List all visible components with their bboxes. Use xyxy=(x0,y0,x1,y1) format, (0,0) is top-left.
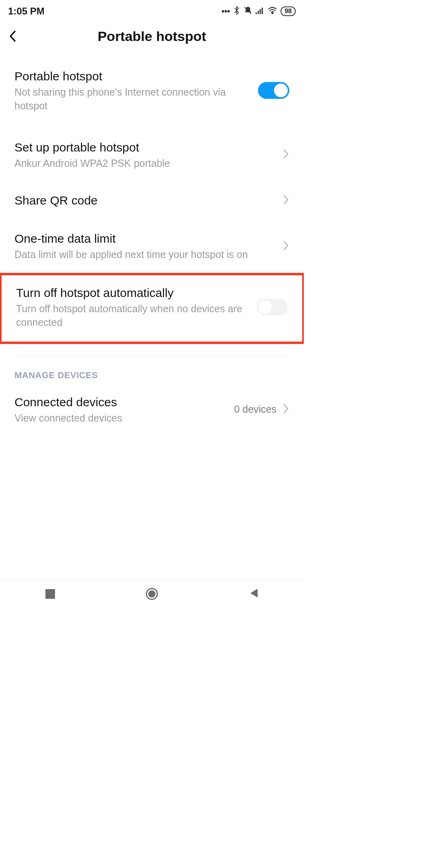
chevron-right-icon xyxy=(283,149,289,161)
nav-back-button[interactable] xyxy=(249,588,258,600)
chevron-right-icon xyxy=(283,403,289,416)
section-manage-devices: MANAGE DEVICES xyxy=(0,356,304,383)
row-setup-hotspot[interactable]: Set up portable hotspot Ankur Android WP… xyxy=(0,128,304,182)
row-connected-devices[interactable]: Connected devices View connected devices… xyxy=(0,383,304,436)
svg-rect-2 xyxy=(258,11,259,14)
navigation-bar xyxy=(0,579,304,608)
mute-icon xyxy=(244,6,252,17)
svg-rect-1 xyxy=(256,12,257,14)
status-icons-group: ••• 98 xyxy=(221,6,296,17)
wifi-icon xyxy=(268,7,277,16)
page-header: Portable hotspot xyxy=(0,20,304,55)
row-sub: Ankur Android WPA2 PSK portable xyxy=(14,157,276,170)
hotspot-toggle[interactable] xyxy=(258,82,289,99)
row-share-qr[interactable]: Share QR code xyxy=(0,181,304,219)
row-auto-off[interactable]: Turn off hotspot automatically Turn off … xyxy=(2,275,302,342)
back-icon xyxy=(8,30,18,42)
more-icon: ••• xyxy=(221,7,230,16)
auto-off-toggle[interactable] xyxy=(256,299,288,315)
back-button[interactable] xyxy=(8,27,26,45)
battery-indicator: 98 xyxy=(280,6,296,16)
svg-point-5 xyxy=(272,12,273,14)
nav-recents-button[interactable] xyxy=(45,589,55,599)
row-title: Turn off hotspot automatically xyxy=(16,285,250,301)
settings-content: Portable hotspot Not sharing this phone'… xyxy=(0,55,304,436)
chevron-right-icon xyxy=(283,240,289,252)
page-title: Portable hotspot xyxy=(0,29,304,44)
nav-home-button[interactable] xyxy=(146,588,158,600)
status-time: 1:05 PM xyxy=(8,6,45,17)
bluetooth-icon xyxy=(233,6,240,17)
highlight-annotation: Turn off hotspot automatically Turn off … xyxy=(0,273,304,344)
row-data-limit[interactable]: One-time data limit Data limit will be a… xyxy=(0,219,304,273)
connected-count: 0 devices xyxy=(234,403,276,415)
signal-icon xyxy=(256,7,264,16)
row-title: Portable hotspot xyxy=(14,68,252,84)
svg-rect-3 xyxy=(260,9,261,14)
row-title: Share QR code xyxy=(14,192,276,208)
status-bar: 1:05 PM ••• 98 xyxy=(0,0,304,20)
triangle-back-icon xyxy=(249,588,258,598)
row-sub: View connected devices xyxy=(14,411,227,425)
row-sub: Turn off hotspot automatically when no d… xyxy=(16,302,250,330)
row-title: Set up portable hotspot xyxy=(14,139,276,155)
row-title: One-time data limit xyxy=(14,231,276,246)
square-icon xyxy=(45,589,55,599)
row-portable-hotspot[interactable]: Portable hotspot Not sharing this phone'… xyxy=(0,55,304,128)
circle-icon xyxy=(146,588,158,600)
svg-rect-4 xyxy=(262,8,263,14)
chevron-right-icon xyxy=(283,194,289,207)
row-sub: Data limit will be applied next time you… xyxy=(14,248,276,262)
row-title: Connected devices xyxy=(14,394,227,410)
row-sub: Not sharing this phone's Internet connec… xyxy=(14,86,252,113)
svg-marker-6 xyxy=(250,589,258,598)
